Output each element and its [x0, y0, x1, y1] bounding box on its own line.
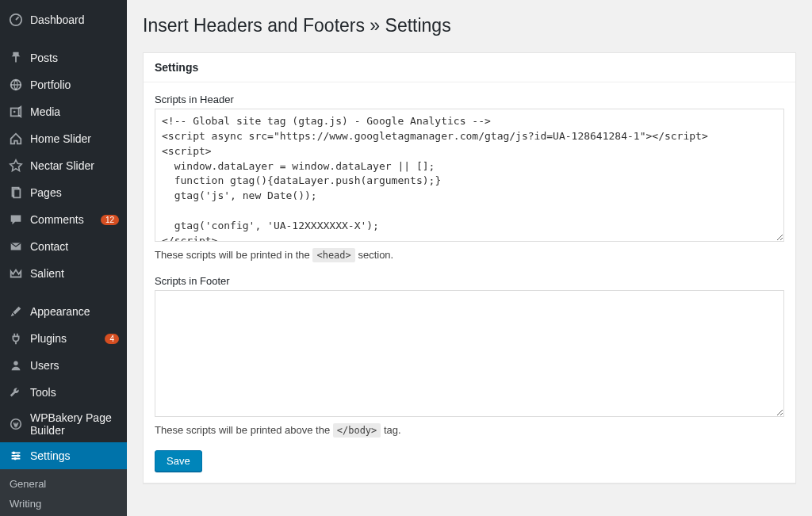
- hint-text: These scripts will be printed in the: [155, 249, 312, 261]
- settings-sub-general[interactable]: General: [0, 474, 127, 494]
- sidebar-item-media[interactable]: Media: [0, 98, 127, 125]
- panel-title: Settings: [144, 53, 795, 82]
- pages-icon: [8, 185, 24, 201]
- page-title: Insert Headers and Footers » Settings: [143, 8, 796, 52]
- sidebar-item-plugins[interactable]: Plugins4: [0, 325, 127, 352]
- media-icon: [8, 104, 24, 120]
- hint-text: section.: [355, 249, 393, 261]
- save-button[interactable]: Save: [155, 450, 202, 472]
- sidebar-item-settings[interactable]: Settings: [0, 442, 127, 469]
- svg-point-10: [13, 457, 17, 461]
- sidebar-item-label: Portfolio: [30, 78, 119, 91]
- brush-icon: [8, 304, 24, 319]
- main-content: Insert Headers and Footers » Settings Se…: [127, 0, 812, 516]
- svg-rect-5: [13, 189, 20, 198]
- home-icon: [8, 131, 24, 147]
- sidebar-item-label: Nectar Slider: [30, 159, 119, 172]
- settings-submenu: GeneralWritingReading: [0, 469, 127, 516]
- sidebar-item-tools[interactable]: Tools: [0, 379, 127, 406]
- sliders-icon: [8, 448, 24, 464]
- sidebar-item-dashboard[interactable]: Dashboard: [0, 6, 127, 33]
- sidebar-item-label: Media: [30, 105, 119, 118]
- scripts-header-textarea[interactable]: [155, 109, 784, 242]
- sidebar-item-label: Pages: [30, 186, 119, 199]
- head-tag-code: <head>: [312, 248, 354, 262]
- settings-panel: Settings Scripts in Header These scripts…: [143, 52, 796, 484]
- scripts-header-hint: These scripts will be printed in the <he…: [155, 249, 784, 261]
- sidebar-separator: [0, 287, 127, 298]
- body-tag-code: </body>: [333, 423, 381, 438]
- sidebar-item-label: Posts: [30, 52, 119, 64]
- svg-point-7: [13, 361, 17, 365]
- sidebar-item-nectar-slider[interactable]: Nectar Slider: [0, 152, 127, 179]
- scripts-footer-textarea[interactable]: [155, 290, 784, 417]
- scripts-footer-hint: These scripts will be printed above the …: [155, 424, 784, 436]
- svg-point-3: [13, 111, 16, 113]
- sidebar-badge: 4: [105, 334, 119, 344]
- wrench-icon: [8, 384, 24, 400]
- wpb-icon: [8, 416, 24, 432]
- sidebar-item-label: Dashboard: [30, 13, 119, 26]
- sidebar-item-wpbakery-page-builder[interactable]: WPBakery Page Builder: [0, 406, 127, 442]
- comments-icon: [8, 212, 24, 227]
- sidebar-item-label: Settings: [30, 449, 119, 462]
- star-icon: [8, 158, 24, 174]
- dashboard-icon: [8, 12, 24, 28]
- sidebar-item-home-slider[interactable]: Home Slider: [0, 125, 127, 152]
- sidebar-item-users[interactable]: Users: [0, 352, 127, 379]
- sidebar-item-salient[interactable]: Salient: [0, 260, 127, 287]
- sidebar-item-label: Home Slider: [30, 132, 119, 145]
- svg-point-9: [17, 454, 20, 457]
- svg-point-8: [13, 452, 16, 455]
- sidebar-item-label: Salient: [30, 267, 119, 280]
- user-icon: [8, 357, 24, 373]
- hint-text: These scripts will be printed above the: [155, 424, 333, 436]
- sidebar-item-appearance[interactable]: Appearance: [0, 298, 127, 325]
- sidebar-item-pages[interactable]: Pages: [0, 179, 127, 206]
- sidebar-item-label: Plugins: [30, 332, 102, 345]
- scripts-header-label: Scripts in Header: [155, 94, 784, 105]
- sidebar-badge: 12: [101, 215, 119, 225]
- sidebar-item-comments[interactable]: Comments12: [0, 206, 127, 233]
- admin-sidebar: DashboardPostsPortfolioMediaHome SliderN…: [0, 0, 127, 516]
- sidebar-item-label: Tools: [30, 386, 119, 399]
- scripts-footer-label: Scripts in Footer: [155, 275, 784, 287]
- sidebar-separator: [0, 33, 127, 44]
- sidebar-item-label: Comments: [30, 213, 98, 226]
- crown-icon: [8, 266, 24, 281]
- globe-icon: [8, 77, 24, 93]
- settings-sub-writing[interactable]: Writing: [0, 494, 127, 514]
- sidebar-item-posts[interactable]: Posts: [0, 44, 127, 71]
- sidebar-item-portfolio[interactable]: Portfolio: [0, 71, 127, 98]
- sidebar-item-label: Users: [30, 359, 119, 372]
- pin-icon: [8, 50, 24, 66]
- sidebar-item-label: Appearance: [30, 305, 119, 318]
- sidebar-item-label: WPBakery Page Builder: [30, 411, 119, 437]
- hint-text: tag.: [381, 424, 400, 436]
- mail-icon: [8, 239, 24, 254]
- sidebar-item-contact[interactable]: Contact: [0, 233, 127, 260]
- sidebar-item-label: Contact: [30, 240, 119, 253]
- plug-icon: [8, 331, 24, 346]
